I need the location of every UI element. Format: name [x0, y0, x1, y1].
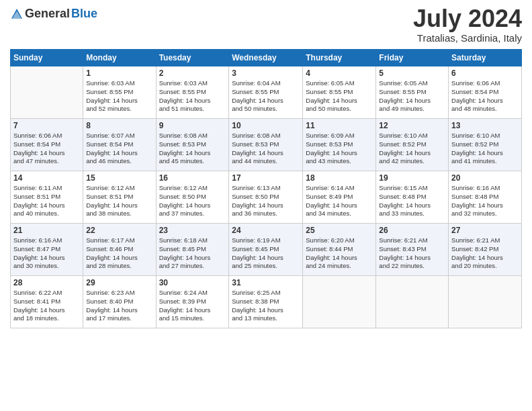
- calendar-header: SundayMondayTuesdayWednesdayThursdayFrid…: [11, 50, 522, 66]
- calendar-cell: 22Sunrise: 6:17 AMSunset: 8:46 PMDayligh…: [83, 224, 156, 276]
- calendar-cell: 5Sunrise: 6:05 AMSunset: 8:55 PMDaylight…: [376, 66, 449, 119]
- calendar-cell: 3Sunrise: 6:04 AMSunset: 8:55 PMDaylight…: [229, 66, 303, 119]
- calendar-cell: [449, 276, 522, 328]
- calendar-cell: 15Sunrise: 6:12 AMSunset: 8:51 PMDayligh…: [83, 171, 156, 224]
- day-number: 14: [13, 173, 80, 183]
- calendar-cell: 20Sunrise: 6:16 AMSunset: 8:48 PMDayligh…: [449, 171, 522, 224]
- calendar-cell: 23Sunrise: 6:18 AMSunset: 8:45 PMDayligh…: [156, 224, 229, 276]
- calendar-cell: 21Sunrise: 6:16 AMSunset: 8:47 PMDayligh…: [11, 224, 83, 276]
- calendar-cell: 25Sunrise: 6:20 AMSunset: 8:44 PMDayligh…: [303, 224, 376, 276]
- calendar-cell: 30Sunrise: 6:24 AMSunset: 8:39 PMDayligh…: [156, 276, 229, 328]
- calendar-cell: 17Sunrise: 6:13 AMSunset: 8:50 PMDayligh…: [229, 171, 303, 224]
- day-number: 21: [13, 226, 80, 235]
- day-number: 6: [451, 68, 519, 78]
- calendar-cell: 29Sunrise: 6:23 AMSunset: 8:40 PMDayligh…: [83, 276, 156, 328]
- calendar-cell: 19Sunrise: 6:15 AMSunset: 8:48 PMDayligh…: [376, 171, 449, 224]
- day-number: 20: [451, 173, 519, 183]
- day-number: 23: [159, 226, 226, 235]
- day-number: 17: [232, 173, 300, 183]
- logo-blue: Blue: [71, 7, 97, 21]
- day-info: Sunrise: 6:07 AMSunset: 8:54 PMDaylight:…: [86, 132, 152, 166]
- day-info: Sunrise: 6:19 AMSunset: 8:45 PMDaylight:…: [232, 236, 300, 271]
- weekday-header-thursday: Thursday: [303, 50, 376, 66]
- title-block: July 2024 Tratalias, Sardinia, Italy: [413, 7, 522, 44]
- day-info: Sunrise: 6:22 AMSunset: 8:41 PMDaylight:…: [13, 289, 80, 323]
- calendar-cell: [376, 276, 449, 328]
- day-info: Sunrise: 6:16 AMSunset: 8:48 PMDaylight:…: [451, 184, 519, 218]
- logo-icon: [10, 7, 24, 21]
- calendar-week-row: 1Sunrise: 6:03 AMSunset: 8:55 PMDaylight…: [11, 66, 522, 119]
- day-number: 3: [232, 68, 300, 78]
- page-container: General Blue July 2024 Tratalias, Sardin…: [0, 0, 532, 411]
- day-number: 24: [232, 226, 300, 235]
- calendar-cell: 26Sunrise: 6:21 AMSunset: 8:43 PMDayligh…: [376, 224, 449, 276]
- calendar-week-row: 28Sunrise: 6:22 AMSunset: 8:41 PMDayligh…: [11, 276, 522, 328]
- calendar-week-row: 14Sunrise: 6:11 AMSunset: 8:51 PMDayligh…: [11, 171, 522, 224]
- day-number: 5: [379, 68, 445, 78]
- day-info: Sunrise: 6:09 AMSunset: 8:53 PMDaylight:…: [306, 132, 373, 166]
- day-info: Sunrise: 6:08 AMSunset: 8:53 PMDaylight:…: [159, 132, 226, 166]
- calendar-cell: 14Sunrise: 6:11 AMSunset: 8:51 PMDayligh…: [11, 171, 83, 224]
- day-number: 4: [306, 68, 373, 78]
- calendar-cell: 11Sunrise: 6:09 AMSunset: 8:53 PMDayligh…: [303, 119, 376, 171]
- calendar-cell: 31Sunrise: 6:25 AMSunset: 8:38 PMDayligh…: [229, 276, 303, 328]
- calendar-cell: 10Sunrise: 6:08 AMSunset: 8:53 PMDayligh…: [229, 119, 303, 171]
- logo-general: General: [25, 7, 70, 21]
- day-info: Sunrise: 6:20 AMSunset: 8:44 PMDaylight:…: [306, 236, 373, 271]
- day-info: Sunrise: 6:06 AMSunset: 8:54 PMDaylight:…: [451, 79, 519, 113]
- day-number: 26: [379, 226, 445, 235]
- day-number: 31: [232, 278, 300, 287]
- calendar-cell: [303, 276, 376, 328]
- day-number: 25: [306, 226, 373, 235]
- day-info: Sunrise: 6:24 AMSunset: 8:39 PMDaylight:…: [159, 289, 226, 323]
- calendar-cell: 18Sunrise: 6:14 AMSunset: 8:49 PMDayligh…: [303, 171, 376, 224]
- calendar-cell: 9Sunrise: 6:08 AMSunset: 8:53 PMDaylight…: [156, 119, 229, 171]
- day-info: Sunrise: 6:16 AMSunset: 8:47 PMDaylight:…: [13, 236, 80, 271]
- day-info: Sunrise: 6:05 AMSunset: 8:55 PMDaylight:…: [306, 79, 373, 113]
- day-number: 13: [451, 121, 519, 130]
- page-header: General Blue July 2024 Tratalias, Sardin…: [10, 7, 522, 44]
- day-number: 2: [159, 68, 226, 78]
- weekday-header-row: SundayMondayTuesdayWednesdayThursdayFrid…: [11, 50, 522, 66]
- calendar-cell: 27Sunrise: 6:21 AMSunset: 8:42 PMDayligh…: [449, 224, 522, 276]
- calendar-cell: 2Sunrise: 6:03 AMSunset: 8:55 PMDaylight…: [156, 66, 229, 119]
- calendar-cell: 16Sunrise: 6:12 AMSunset: 8:50 PMDayligh…: [156, 171, 229, 224]
- day-info: Sunrise: 6:15 AMSunset: 8:48 PMDaylight:…: [379, 184, 445, 218]
- day-number: 10: [232, 121, 300, 130]
- logo: General Blue: [10, 7, 97, 21]
- day-number: 15: [86, 173, 152, 183]
- calendar-week-row: 21Sunrise: 6:16 AMSunset: 8:47 PMDayligh…: [11, 224, 522, 276]
- calendar-cell: 1Sunrise: 6:03 AMSunset: 8:55 PMDaylight…: [83, 66, 156, 119]
- day-info: Sunrise: 6:21 AMSunset: 8:43 PMDaylight:…: [379, 236, 445, 271]
- day-number: 7: [13, 121, 80, 130]
- day-info: Sunrise: 6:11 AMSunset: 8:51 PMDaylight:…: [13, 184, 80, 218]
- day-info: Sunrise: 6:21 AMSunset: 8:42 PMDaylight:…: [451, 236, 519, 271]
- calendar-table: SundayMondayTuesdayWednesdayThursdayFrid…: [10, 49, 522, 328]
- day-info: Sunrise: 6:08 AMSunset: 8:53 PMDaylight:…: [232, 132, 300, 166]
- day-number: 19: [379, 173, 445, 183]
- day-info: Sunrise: 6:17 AMSunset: 8:46 PMDaylight:…: [86, 236, 152, 271]
- calendar-cell: 24Sunrise: 6:19 AMSunset: 8:45 PMDayligh…: [229, 224, 303, 276]
- day-info: Sunrise: 6:14 AMSunset: 8:49 PMDaylight:…: [306, 184, 373, 218]
- weekday-header-monday: Monday: [83, 50, 156, 66]
- calendar-cell: 13Sunrise: 6:10 AMSunset: 8:52 PMDayligh…: [449, 119, 522, 171]
- month-title: July 2024: [413, 7, 522, 31]
- calendar-body: 1Sunrise: 6:03 AMSunset: 8:55 PMDaylight…: [11, 66, 522, 328]
- calendar-cell: 12Sunrise: 6:10 AMSunset: 8:52 PMDayligh…: [376, 119, 449, 171]
- weekday-header-tuesday: Tuesday: [156, 50, 229, 66]
- day-number: 28: [13, 278, 80, 287]
- day-info: Sunrise: 6:18 AMSunset: 8:45 PMDaylight:…: [159, 236, 226, 271]
- calendar-cell: 8Sunrise: 6:07 AMSunset: 8:54 PMDaylight…: [83, 119, 156, 171]
- calendar-cell: [11, 66, 83, 119]
- day-number: 8: [86, 121, 152, 130]
- day-info: Sunrise: 6:06 AMSunset: 8:54 PMDaylight:…: [13, 132, 80, 166]
- weekday-header-saturday: Saturday: [449, 50, 522, 66]
- weekday-header-friday: Friday: [376, 50, 449, 66]
- day-info: Sunrise: 6:10 AMSunset: 8:52 PMDaylight:…: [451, 132, 519, 166]
- day-number: 22: [86, 226, 152, 235]
- weekday-header-wednesday: Wednesday: [229, 50, 303, 66]
- weekday-header-sunday: Sunday: [11, 50, 83, 66]
- calendar-cell: 28Sunrise: 6:22 AMSunset: 8:41 PMDayligh…: [11, 276, 83, 328]
- day-number: 16: [159, 173, 226, 183]
- day-info: Sunrise: 6:03 AMSunset: 8:55 PMDaylight:…: [86, 79, 152, 113]
